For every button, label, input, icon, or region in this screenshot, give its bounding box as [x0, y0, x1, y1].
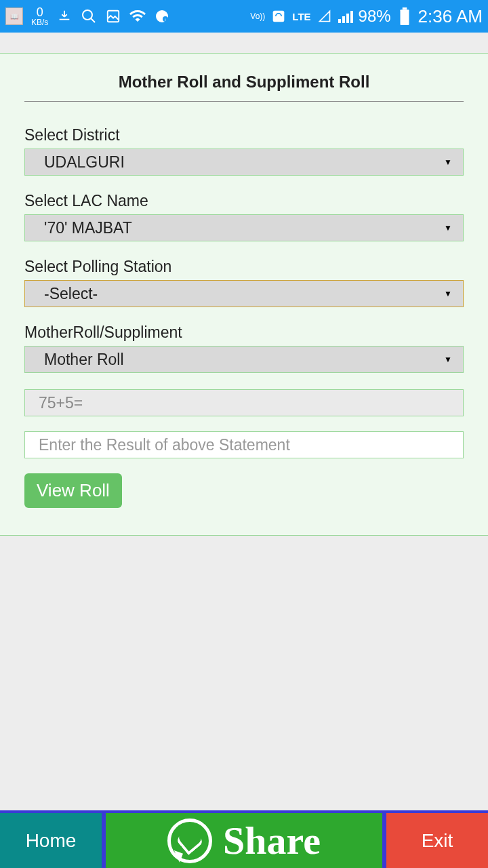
- district-select[interactable]: UDALGURI ▼: [24, 149, 464, 176]
- download-icon: [56, 8, 73, 24]
- rolltype-field: MotherRoll/Suppliment Mother Roll ▼: [24, 323, 464, 373]
- svg-point-0: [83, 10, 92, 20]
- district-label: Select District: [24, 126, 464, 144]
- svg-rect-6: [400, 9, 409, 25]
- bottom-nav: Home Share Exit: [0, 810, 488, 868]
- lac-value: '70' MAJBAT: [44, 219, 132, 237]
- polling-label: Select Polling Station: [24, 258, 464, 276]
- chevron-down-icon: ▼: [444, 289, 452, 298]
- signal-bars-icon: [338, 9, 353, 23]
- polling-value: -Select-: [44, 285, 98, 303]
- speed-unit: KB/s: [31, 18, 48, 26]
- battery-icon: [396, 8, 413, 24]
- chevron-down-icon: ▼: [444, 223, 452, 233]
- chevron-down-icon: ▼: [444, 355, 452, 364]
- image-icon: [105, 8, 121, 24]
- network-speed: 0 KB/s: [31, 6, 48, 26]
- district-value: UDALGURI: [44, 153, 125, 172]
- page-title: Mother Roll and Suppliment Roll: [24, 73, 464, 102]
- lac-select[interactable]: '70' MAJBAT ▼: [24, 214, 464, 241]
- whatsapp-icon: [167, 818, 212, 863]
- polling-select[interactable]: -Select- ▼: [24, 280, 464, 307]
- form-card: Mother Roll and Suppliment Roll Select D…: [0, 53, 488, 536]
- clock: 2:36 AM: [418, 6, 483, 27]
- rolltype-label: MotherRoll/Suppliment: [24, 323, 464, 342]
- status-bar: 📖 0 KB/s i Vo)) LTE 98%: [0, 0, 488, 33]
- svg-rect-5: [273, 11, 285, 22]
- exit-label: Exit: [422, 830, 453, 852]
- polling-field: Select Polling Station -Select- ▼: [24, 258, 464, 307]
- sync-icon: [270, 8, 287, 24]
- rolltype-value: Mother Roll: [44, 351, 124, 369]
- wifi-icon: [129, 8, 146, 24]
- view-roll-button[interactable]: View Roll: [24, 473, 122, 508]
- cloud-icon: i: [154, 8, 170, 24]
- home-label: Home: [26, 830, 77, 852]
- home-button[interactable]: Home: [0, 813, 102, 868]
- lac-label: Select LAC Name: [24, 192, 464, 210]
- sim-signal-icon: [317, 8, 333, 24]
- district-field: Select District UDALGURI ▼: [24, 126, 464, 176]
- captcha-text: 75+5=: [39, 394, 83, 412]
- rolltype-select[interactable]: Mother Roll ▼: [24, 346, 464, 373]
- exit-button[interactable]: Exit: [386, 813, 488, 868]
- lac-field: Select LAC Name '70' MAJBAT ▼: [24, 192, 464, 241]
- battery-percent: 98%: [359, 7, 391, 26]
- svg-text:i: i: [165, 18, 166, 22]
- status-right: Vo)) LTE 98% 2:36 AM: [250, 6, 483, 27]
- chevron-down-icon: ▼: [444, 157, 452, 167]
- status-left: 📖 0 KB/s i: [5, 6, 170, 26]
- captcha-result-input[interactable]: [24, 431, 464, 458]
- lte-indicator: LTE: [292, 11, 310, 22]
- volte-indicator: Vo)): [250, 13, 265, 20]
- share-button[interactable]: Share: [102, 813, 386, 868]
- speed-value: 0: [37, 6, 43, 18]
- svg-rect-7: [402, 7, 407, 9]
- search-icon: [81, 8, 97, 24]
- captcha-display: 75+5=: [24, 389, 464, 416]
- app-book-icon: 📖: [5, 7, 23, 25]
- share-label: Share: [223, 818, 321, 863]
